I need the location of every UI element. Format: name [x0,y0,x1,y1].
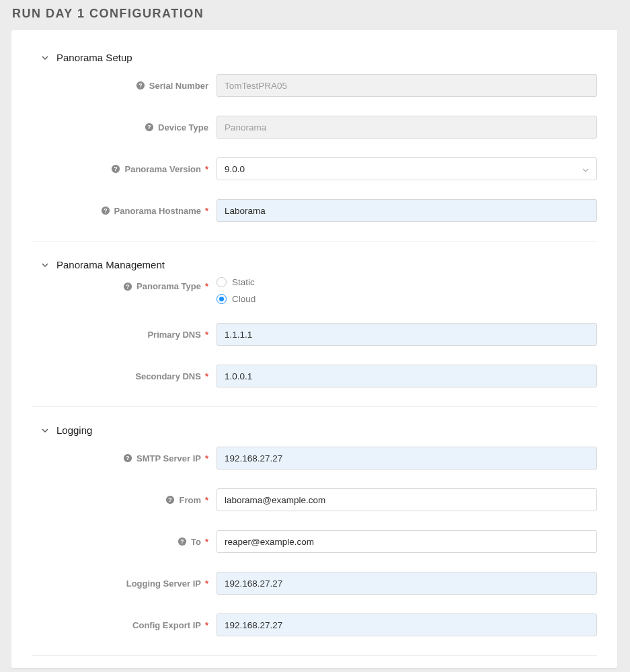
label-config-export-ip: Config Export IP [132,620,201,630]
panorama-version-value: 9.0.0 [225,164,245,174]
section-title-setup: Panorama Setup [56,52,132,63]
row-panorama-type: ? Panorama Type * Static Cloud [32,281,597,304]
chevron-down-icon [42,262,48,268]
label-logging-server-ip: Logging Server IP [126,578,201,589]
row-to: ? To * [32,530,597,553]
required-marker: * [205,620,208,630]
config-card: Panorama Setup ? Serial Number ? Device … [11,30,617,668]
radio-static[interactable]: Static [216,277,597,287]
secondary-dns-input[interactable] [216,365,597,387]
chevron-down-icon [42,427,48,434]
section-divider [32,241,597,241]
svg-text:?: ? [147,124,151,130]
row-config-export-ip: Config Export IP * [32,613,597,636]
svg-text:?: ? [126,283,129,290]
help-icon[interactable]: ? [178,537,187,546]
radio-icon [216,277,227,287]
help-icon[interactable]: ? [123,282,132,291]
panorama-version-select[interactable]: 9.0.0 [216,157,597,180]
radio-static-label: Static [232,277,255,287]
radio-icon-selected [216,294,227,304]
help-icon[interactable]: ? [136,81,145,90]
label-panorama-hostname: Panorama Hostname [114,206,201,216]
required-marker: * [205,495,208,505]
help-icon[interactable]: ? [165,495,175,505]
smtp-server-ip-input[interactable] [216,447,597,470]
label-primary-dns: Primary DNS [147,330,200,340]
primary-dns-input[interactable] [216,323,597,346]
config-export-ip-input[interactable] [216,613,597,636]
chevron-down-icon [582,165,589,172]
help-icon[interactable]: ? [123,453,132,463]
section-header-setup[interactable]: Panorama Setup [32,49,597,74]
required-marker: * [205,453,208,463]
section-header-logging[interactable]: Logging [32,422,597,447]
label-smtp-server-ip: SMTP Server IP [136,453,201,463]
row-secondary-dns: Secondary DNS * [32,365,597,387]
serial-number-input [216,74,597,97]
label-to: To [191,537,201,547]
device-type-input [216,116,597,139]
row-smtp-server-ip: ? SMTP Server IP * [32,447,597,470]
required-marker: * [205,578,208,589]
row-serial-number: ? Serial Number [32,74,597,97]
section-divider [32,406,597,407]
help-icon[interactable]: ? [101,206,110,215]
label-panorama-version: Panorama Version [124,164,200,174]
required-marker: * [205,281,208,291]
row-primary-dns: Primary DNS * [32,323,597,346]
svg-text:?: ? [104,207,107,214]
required-marker: * [205,164,208,174]
required-marker: * [205,537,208,547]
required-marker: * [205,206,208,216]
to-input[interactable] [216,530,597,553]
required-marker: * [205,330,208,340]
chevron-down-icon [42,54,48,61]
bottom-bar: Generate Config File [0,668,630,672]
from-input[interactable] [216,488,597,511]
row-device-type: ? Device Type [32,116,597,139]
section-divider [32,655,597,656]
row-logging-server-ip: Logging Server IP * [32,572,597,595]
label-secondary-dns: Secondary DNS [135,371,201,381]
row-panorama-hostname: ? Panorama Hostname * [32,199,597,222]
section-title-management: Panorama Management [56,259,165,270]
radio-cloud[interactable]: Cloud [216,294,597,304]
label-from: From [179,495,201,505]
required-marker: * [205,371,208,381]
help-icon[interactable]: ? [111,164,120,174]
svg-text:?: ? [180,538,184,545]
logging-server-ip-input[interactable] [216,572,597,595]
svg-text:?: ? [139,82,142,89]
svg-text:?: ? [114,165,118,172]
panorama-hostname-input[interactable] [216,199,597,222]
row-from: ? From * [32,488,597,511]
row-panorama-version: ? Panorama Version * 9.0.0 [32,157,597,180]
svg-text:?: ? [169,496,172,503]
section-title-logging: Logging [56,424,92,436]
radio-cloud-label: Cloud [232,294,255,304]
svg-text:?: ? [126,455,129,461]
page-title: RUN DAY 1 CONFIGURATION [0,0,630,30]
label-serial-number: Serial Number [149,81,208,91]
help-icon[interactable]: ? [145,122,154,132]
label-panorama-type: Panorama Type [136,281,201,291]
label-device-type: Device Type [158,122,208,133]
